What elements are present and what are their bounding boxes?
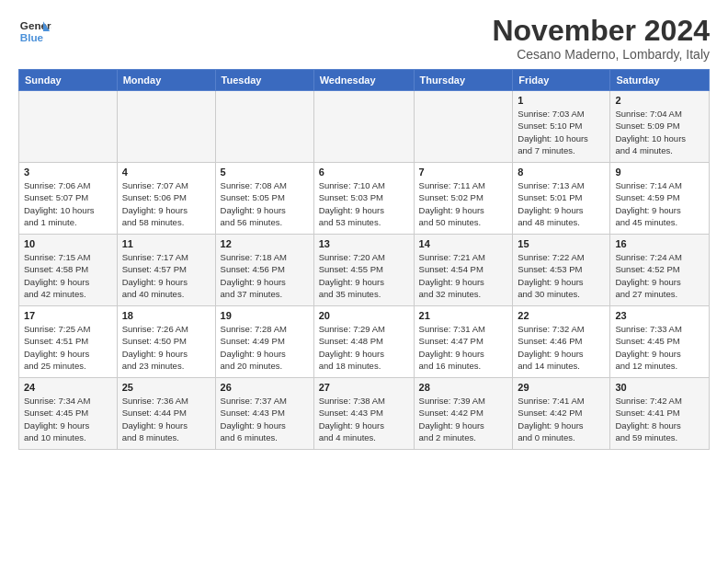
day-number: 23 — [615, 310, 704, 321]
day-detail: Sunrise: 7:29 AMSunset: 4:48 PMDaylight:… — [319, 323, 409, 372]
day-detail: Sunrise: 7:37 AMSunset: 4:43 PMDaylight:… — [221, 395, 309, 443]
day-number: 27 — [319, 382, 409, 393]
day-number: 18 — [122, 310, 210, 321]
day-cell: 23Sunrise: 7:33 AMSunset: 4:45 PMDayligh… — [610, 306, 710, 378]
day-cell: 21Sunrise: 7:31 AMSunset: 4:47 PMDayligh… — [414, 306, 513, 378]
day-cell: 28Sunrise: 7:39 AMSunset: 4:42 PMDayligh… — [414, 378, 513, 450]
day-number: 2 — [615, 95, 704, 106]
day-cell: 8Sunrise: 7:13 AMSunset: 5:01 PMDaylight… — [513, 163, 610, 235]
day-number: 12 — [221, 238, 309, 249]
day-cell: 29Sunrise: 7:41 AMSunset: 4:42 PMDayligh… — [513, 378, 610, 450]
day-number: 16 — [615, 238, 704, 249]
day-cell — [215, 91, 313, 163]
day-number: 30 — [615, 382, 704, 393]
day-number: 10 — [24, 238, 112, 249]
day-detail: Sunrise: 7:38 AMSunset: 4:43 PMDaylight:… — [319, 395, 409, 443]
day-number: 6 — [319, 167, 409, 178]
day-cell: 19Sunrise: 7:28 AMSunset: 4:49 PMDayligh… — [215, 306, 313, 378]
day-cell: 11Sunrise: 7:17 AMSunset: 4:57 PMDayligh… — [117, 235, 215, 306]
day-cell: 20Sunrise: 7:29 AMSunset: 4:48 PMDayligh… — [313, 306, 414, 378]
week-row-5: 24Sunrise: 7:34 AMSunset: 4:45 PMDayligh… — [19, 378, 710, 450]
day-number: 21 — [419, 310, 508, 321]
day-cell: 25Sunrise: 7:36 AMSunset: 4:44 PMDayligh… — [117, 378, 215, 450]
location-subtitle: Cesano Maderno, Lombardy, Italy — [492, 47, 710, 62]
month-title: November 2024 — [492, 15, 710, 47]
day-detail: Sunrise: 7:10 AMSunset: 5:03 PMDaylight:… — [319, 179, 409, 228]
day-cell: 6Sunrise: 7:10 AMSunset: 5:03 PMDaylight… — [313, 163, 414, 235]
day-cell: 9Sunrise: 7:14 AMSunset: 4:59 PMDaylight… — [610, 163, 710, 235]
day-detail: Sunrise: 7:11 AMSunset: 5:02 PMDaylight:… — [419, 179, 508, 228]
day-number: 22 — [518, 310, 605, 321]
day-number: 20 — [319, 310, 409, 321]
day-detail: Sunrise: 7:21 AMSunset: 4:54 PMDaylight:… — [419, 251, 508, 300]
day-detail: Sunrise: 7:14 AMSunset: 4:59 PMDaylight:… — [615, 179, 704, 228]
day-cell: 22Sunrise: 7:32 AMSunset: 4:46 PMDayligh… — [513, 306, 610, 378]
day-detail: Sunrise: 7:04 AMSunset: 5:09 PMDaylight:… — [615, 108, 704, 156]
day-detail: Sunrise: 7:36 AMSunset: 4:44 PMDaylight:… — [122, 395, 210, 443]
day-cell: 4Sunrise: 7:07 AMSunset: 5:06 PMDaylight… — [117, 163, 215, 235]
day-detail: Sunrise: 7:42 AMSunset: 4:41 PMDaylight:… — [615, 395, 704, 443]
day-number: 4 — [122, 167, 210, 178]
day-detail: Sunrise: 7:34 AMSunset: 4:45 PMDaylight:… — [24, 395, 112, 443]
day-number: 7 — [419, 167, 508, 178]
day-number: 24 — [24, 382, 112, 393]
day-detail: Sunrise: 7:31 AMSunset: 4:47 PMDaylight:… — [419, 323, 508, 372]
day-number: 8 — [518, 167, 605, 178]
day-detail: Sunrise: 7:13 AMSunset: 5:01 PMDaylight:… — [518, 179, 605, 228]
day-detail: Sunrise: 7:26 AMSunset: 4:50 PMDaylight:… — [122, 323, 210, 372]
header-row: Sunday Monday Tuesday Wednesday Thursday… — [19, 70, 710, 91]
day-cell: 17Sunrise: 7:25 AMSunset: 4:51 PMDayligh… — [19, 306, 118, 378]
week-row-2: 3Sunrise: 7:06 AMSunset: 5:07 PMDaylight… — [19, 163, 710, 235]
col-wednesday: Wednesday — [313, 70, 414, 91]
logo: General Blue — [18, 15, 51, 48]
day-number: 5 — [221, 167, 309, 178]
col-saturday: Saturday — [610, 70, 710, 91]
day-number: 15 — [518, 238, 605, 249]
day-cell: 2Sunrise: 7:04 AMSunset: 5:09 PMDaylight… — [610, 91, 710, 163]
col-tuesday: Tuesday — [215, 70, 313, 91]
day-detail: Sunrise: 7:33 AMSunset: 4:45 PMDaylight:… — [615, 323, 704, 372]
day-number: 25 — [122, 382, 210, 393]
day-cell: 5Sunrise: 7:08 AMSunset: 5:05 PMDaylight… — [215, 163, 313, 235]
day-number: 26 — [221, 382, 309, 393]
day-number: 19 — [221, 310, 309, 321]
logo-icon: General Blue — [18, 15, 51, 48]
day-number: 28 — [419, 382, 508, 393]
calendar-table: Sunday Monday Tuesday Wednesday Thursday… — [18, 69, 710, 450]
day-cell: 12Sunrise: 7:18 AMSunset: 4:56 PMDayligh… — [215, 235, 313, 306]
day-detail: Sunrise: 7:03 AMSunset: 5:10 PMDaylight:… — [518, 108, 605, 156]
title-area: November 2024 Cesano Maderno, Lombardy, … — [492, 15, 710, 62]
day-cell: 24Sunrise: 7:34 AMSunset: 4:45 PMDayligh… — [19, 378, 118, 450]
day-detail: Sunrise: 7:15 AMSunset: 4:58 PMDaylight:… — [24, 251, 112, 300]
day-number: 9 — [615, 167, 704, 178]
day-cell — [117, 91, 215, 163]
day-cell — [19, 91, 118, 163]
day-cell: 15Sunrise: 7:22 AMSunset: 4:53 PMDayligh… — [513, 235, 610, 306]
day-number: 14 — [419, 238, 508, 249]
day-cell: 27Sunrise: 7:38 AMSunset: 4:43 PMDayligh… — [313, 378, 414, 450]
day-detail: Sunrise: 7:24 AMSunset: 4:52 PMDaylight:… — [615, 251, 704, 300]
day-number: 29 — [518, 382, 605, 393]
day-number: 13 — [319, 238, 409, 249]
day-cell: 10Sunrise: 7:15 AMSunset: 4:58 PMDayligh… — [19, 235, 118, 306]
day-detail: Sunrise: 7:20 AMSunset: 4:55 PMDaylight:… — [319, 251, 409, 300]
day-detail: Sunrise: 7:25 AMSunset: 4:51 PMDaylight:… — [24, 323, 112, 372]
day-cell: 16Sunrise: 7:24 AMSunset: 4:52 PMDayligh… — [610, 235, 710, 306]
day-number: 3 — [24, 167, 112, 178]
day-detail: Sunrise: 7:08 AMSunset: 5:05 PMDaylight:… — [221, 179, 309, 228]
header-area: General Blue November 2024 Cesano Madern… — [18, 15, 710, 62]
day-cell: 7Sunrise: 7:11 AMSunset: 5:02 PMDaylight… — [414, 163, 513, 235]
col-friday: Friday — [513, 70, 610, 91]
day-detail: Sunrise: 7:22 AMSunset: 4:53 PMDaylight:… — [518, 251, 605, 300]
day-detail: Sunrise: 7:18 AMSunset: 4:56 PMDaylight:… — [221, 251, 309, 300]
day-cell: 1Sunrise: 7:03 AMSunset: 5:10 PMDaylight… — [513, 91, 610, 163]
col-sunday: Sunday — [19, 70, 118, 91]
page: General Blue November 2024 Cesano Madern… — [0, 0, 728, 459]
day-detail: Sunrise: 7:32 AMSunset: 4:46 PMDaylight:… — [518, 323, 605, 372]
day-cell — [414, 91, 513, 163]
day-detail: Sunrise: 7:07 AMSunset: 5:06 PMDaylight:… — [122, 179, 210, 228]
day-cell: 14Sunrise: 7:21 AMSunset: 4:54 PMDayligh… — [414, 235, 513, 306]
day-number: 17 — [24, 310, 112, 321]
week-row-3: 10Sunrise: 7:15 AMSunset: 4:58 PMDayligh… — [19, 235, 710, 306]
day-detail: Sunrise: 7:39 AMSunset: 4:42 PMDaylight:… — [419, 395, 508, 443]
